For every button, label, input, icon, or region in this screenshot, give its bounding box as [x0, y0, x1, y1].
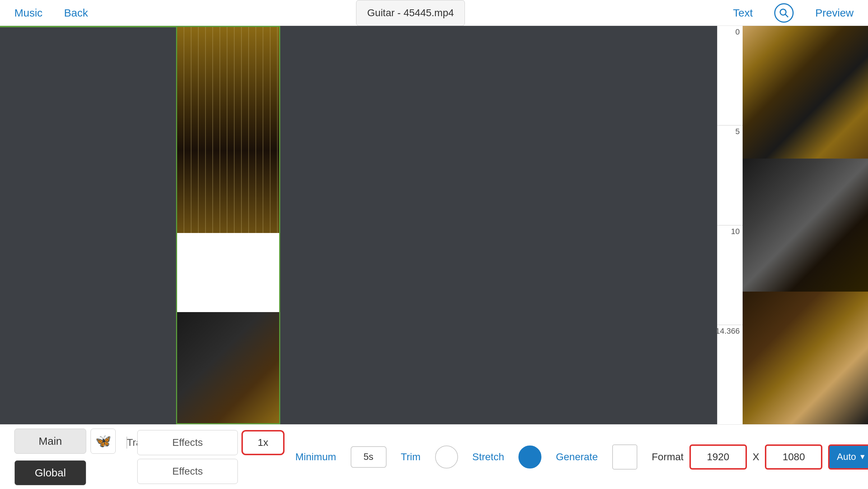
height-input[interactable] — [765, 444, 822, 470]
editor-panel: 📌 ▶ ⚙ ⧉ ✕ — [0, 26, 717, 424]
text-nav-link[interactable]: Text — [733, 7, 753, 19]
transitions-button[interactable]: Transitions — [126, 437, 127, 449]
trim-circle-button[interactable] — [435, 445, 458, 469]
x-separator: X — [753, 451, 760, 463]
global-track-button[interactable]: Global — [14, 460, 86, 485]
tracks-section: Main 🦋 Global — [14, 429, 116, 485]
guitar-image-top — [177, 27, 279, 233]
stretch-circle-button[interactable] — [518, 445, 541, 469]
minimum-label: Minimum — [295, 451, 336, 463]
effects-row-1: Effects 1x — [137, 430, 285, 455]
music-nav-link[interactable]: Music — [14, 7, 42, 19]
timeline-ruler: 0 5 10 14.366 — [717, 26, 743, 424]
ruler-mark-end: 14.366 — [717, 325, 743, 424]
time-input[interactable] — [351, 446, 387, 468]
preview-thumbnails — [743, 26, 868, 424]
empty-track — [0, 26, 176, 27]
preview-thumb-1 — [743, 26, 868, 159]
auto-button[interactable]: Auto ▼ — [828, 444, 868, 470]
effects-section: Effects 1x Effects — [137, 430, 285, 484]
stretch-label: Stretch — [472, 451, 504, 463]
speed-button[interactable]: 1x — [241, 430, 285, 455]
bottom-bar: Main 🦋 Global Transitions Effects 1x Eff… — [0, 424, 868, 489]
thumb-image-2 — [743, 159, 868, 291]
video-clip[interactable]: 📌 ▶ ⚙ ⧉ ✕ — [176, 26, 280, 424]
search-button[interactable] — [774, 3, 794, 23]
preview-panel: 0 5 10 14.366 — [717, 26, 868, 424]
effects-row-2: Effects — [137, 459, 285, 484]
effects-button-1[interactable]: Effects — [137, 430, 238, 455]
format-section: Format X Auto ▼ — [652, 444, 868, 470]
ruler-mark-0: 0 — [717, 26, 743, 125]
nav-right: Text Preview — [733, 3, 854, 23]
format-label: Format — [652, 451, 684, 463]
effects-button-2[interactable]: Effects — [137, 459, 238, 484]
auto-label: Auto — [837, 451, 856, 462]
svg-point-0 — [780, 9, 786, 15]
ruler-mark-5: 5 — [717, 125, 743, 225]
preview-thumb-3 — [743, 292, 868, 424]
generate-square-button[interactable] — [612, 444, 637, 470]
trim-label: Trim — [401, 451, 421, 463]
top-navigation: Music Back Guitar - 45445.mp4 Text Previ… — [0, 0, 868, 26]
clip-gap — [177, 233, 279, 312]
main-area: 📌 ▶ ⚙ ⧉ ✕ — [0, 26, 868, 424]
butterfly-button[interactable]: 🦋 — [91, 429, 116, 454]
back-nav-link[interactable]: Back — [64, 7, 88, 19]
preview-thumb-2 — [743, 159, 868, 291]
preview-nav-link[interactable]: Preview — [815, 7, 854, 19]
guitar-image-bottom — [177, 312, 279, 423]
main-track-button[interactable]: Main — [14, 429, 86, 454]
thumb-image-3 — [743, 292, 868, 424]
width-input[interactable] — [689, 444, 747, 470]
nav-left: Music Back — [14, 7, 88, 19]
bottom-controls: Minimum Trim Stretch Generate Format X A… — [295, 444, 868, 470]
butterfly-icon: 🦋 — [95, 434, 111, 449]
file-name-display: Guitar - 45445.mp4 — [356, 0, 465, 26]
guitar-strings — [177, 27, 279, 233]
svg-line-1 — [785, 14, 788, 17]
generate-label: Generate — [556, 451, 598, 463]
chevron-down-icon: ▼ — [859, 453, 866, 461]
ruler-mark-10: 10 — [717, 225, 743, 325]
thumb-image-1 — [743, 26, 868, 159]
